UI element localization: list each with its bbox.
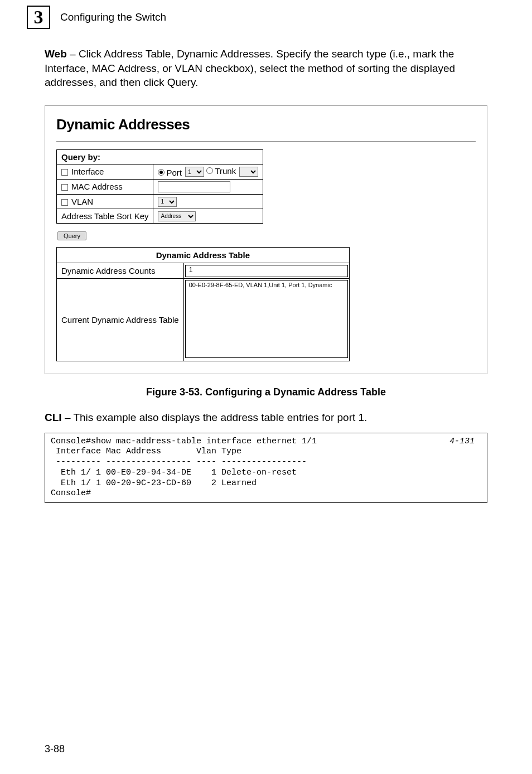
interface-row-label: Interface — [57, 164, 153, 179]
divider-line — [56, 141, 476, 142]
trunk-radio[interactable] — [206, 167, 213, 174]
console-line-6: Console# — [51, 488, 91, 498]
console-output: 4-131Console#show mac-address-table inte… — [45, 433, 487, 504]
sort-key-controls: Address — [153, 209, 263, 223]
cli-paragraph: – This example also displays the address… — [62, 412, 367, 423]
dat-caption: Dynamic Address Table — [57, 247, 350, 263]
console-line-1: Console#show mac-address-table interface… — [51, 437, 317, 446]
chapter-number-icon: 3 — [27, 6, 50, 29]
chapter-title: Configuring the Switch — [60, 11, 166, 23]
query-by-table: Query by: Interface Port 1 Trunk — [56, 149, 263, 224]
port-label-text: Port — [166, 168, 182, 177]
page-reference: 4-131 — [449, 437, 475, 447]
console-line-2: Interface Mac Address Vlan Type — [51, 447, 241, 456]
sort-key-select[interactable]: Address — [158, 211, 196, 221]
count-label: Dynamic Address Counts — [57, 263, 184, 278]
sort-key-label: Address Table Sort Key — [57, 209, 153, 223]
web-paragraph: – Click Address Table, Dynamic Addresses… — [45, 48, 455, 88]
interface-checkbox[interactable] — [61, 169, 68, 176]
vlan-select[interactable]: 1 — [158, 197, 177, 207]
interface-row-controls: Port 1 Trunk — [153, 164, 263, 179]
vlan-label-text: VLAN — [71, 197, 93, 206]
vlan-row-controls: 1 — [153, 194, 263, 209]
mac-label-text: MAC Address — [71, 182, 123, 191]
console-line-3: --------- ----------------- ---- -------… — [51, 457, 307, 467]
trunk-select[interactable] — [239, 167, 258, 177]
mac-checkbox[interactable] — [61, 184, 68, 191]
interface-label-text: Interface — [71, 167, 104, 176]
mac-row-controls — [153, 179, 263, 194]
query-by-header: Query by: — [57, 149, 263, 164]
dynamic-addresses-panel: Dynamic Addresses Query by: Interface Po… — [45, 105, 487, 374]
web-label: Web — [45, 48, 67, 60]
console-line-4: Eth 1/ 1 00-E0-29-94-34-DE 1 Delete-on-r… — [51, 468, 297, 477]
cli-label: CLI — [45, 412, 62, 423]
vlan-checkbox[interactable] — [61, 199, 68, 206]
console-line-5: Eth 1/ 1 00-20-9C-23-CD-60 2 Learned — [51, 478, 257, 488]
query-button[interactable]: Query — [57, 231, 86, 240]
figure-caption: Figure 3-53. Configuring a Dynamic Addre… — [0, 386, 532, 398]
current-table-label: Current Dynamic Address Table — [57, 278, 184, 361]
vlan-row-label: VLAN — [57, 194, 153, 209]
mac-address-input[interactable] — [158, 181, 230, 192]
port-radio[interactable] — [158, 169, 165, 176]
mac-row-label: MAC Address — [57, 179, 153, 194]
panel-title: Dynamic Addresses — [56, 116, 476, 133]
count-value-box: 1 — [185, 265, 348, 277]
dynamic-address-table: Dynamic Address Table Dynamic Address Co… — [56, 247, 350, 361]
port-select[interactable]: 1 — [185, 167, 204, 177]
current-entries-list[interactable]: 00-E0-29-8F-65-ED, VLAN 1,Unit 1, Port 1… — [185, 280, 348, 358]
trunk-label-text: Trunk — [215, 166, 236, 176]
page-number: 3-88 — [45, 743, 65, 755]
